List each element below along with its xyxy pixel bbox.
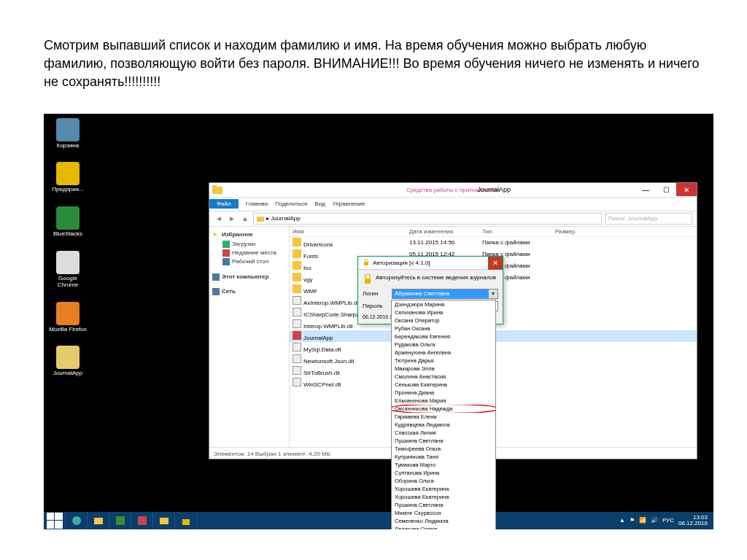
desktop-shortcut[interactable]: Предприя... bbox=[48, 162, 88, 193]
dropdown-option[interactable]: Микенг Скурассон bbox=[392, 509, 495, 517]
login-dropdown[interactable]: Абрамова Светлана ▾ bbox=[392, 289, 498, 299]
sidebar-computer[interactable]: Этот компьютер bbox=[212, 273, 286, 281]
dropdown-option[interactable]: Макарова Элла bbox=[392, 365, 495, 373]
auth-titlebar[interactable]: Авторизация [v 4.1.0] ✕ bbox=[358, 257, 503, 270]
dropdown-option[interactable]: Ельчанинова Мария bbox=[392, 397, 495, 405]
folder-icon bbox=[257, 215, 264, 222]
nav-back-icon[interactable]: ◄ bbox=[214, 214, 224, 224]
shortcut-label: Корзина bbox=[57, 143, 79, 149]
svg-rect-3 bbox=[364, 262, 368, 265]
dropdown-option[interactable]: Смолина Анастасия bbox=[392, 373, 495, 381]
ribbon-tab[interactable]: Поделиться bbox=[275, 201, 307, 207]
dropdown-option[interactable]: Кудрявцева Людмила bbox=[392, 421, 495, 429]
sidebar-item[interactable]: Рабочий стол bbox=[212, 257, 286, 266]
desktop-shortcut[interactable]: Корзина bbox=[48, 118, 88, 149]
shortcut-label: BlueStacks bbox=[53, 231, 82, 238]
app-icon bbox=[56, 206, 80, 230]
dropdown-option[interactable]: Селиханова Ирина bbox=[392, 308, 495, 316]
svg-rect-1 bbox=[212, 185, 217, 188]
desktop-shortcut[interactable]: Google Chrome bbox=[48, 251, 88, 289]
dropdown-option[interactable]: Тумакова Марго bbox=[392, 461, 495, 469]
taskbar-app-icon[interactable] bbox=[175, 512, 197, 529]
dropdown-option[interactable]: Рубан Оксана bbox=[392, 324, 495, 332]
dropdown-option[interactable]: Суптанова Ирина bbox=[392, 469, 495, 477]
explorer-title: JournalApp bbox=[477, 186, 511, 193]
taskbar-app-icon[interactable] bbox=[131, 512, 153, 529]
dropdown-option[interactable]: Арженухина Ангелина bbox=[392, 349, 495, 357]
ribbon-tab[interactable]: Управление bbox=[333, 201, 365, 207]
auth-close-button[interactable]: ✕ bbox=[488, 257, 503, 270]
ribbon-tab-file[interactable]: Файл bbox=[209, 199, 239, 209]
close-button[interactable]: ✕ bbox=[676, 183, 697, 196]
computer-icon bbox=[212, 273, 220, 281]
ribbon-tab[interactable]: Главная bbox=[246, 201, 268, 207]
sidebar-favorites[interactable]: ★ Избранное bbox=[212, 231, 286, 238]
taskbar-app-icon[interactable] bbox=[109, 512, 131, 529]
sidebar-item[interactable]: Недавние места bbox=[212, 249, 286, 257]
login-dropdown-list[interactable]: Дзиндзюра МаринаСелиханова ИринаОксана О… bbox=[391, 300, 496, 529]
dropdown-option[interactable]: Семененко Людмила bbox=[392, 517, 495, 525]
ribbon-tab[interactable]: Вид bbox=[314, 201, 325, 207]
file-row[interactable]: DriverIcons13.11.2015 14:50Папка с файла… bbox=[290, 237, 697, 249]
explorer-titlebar[interactable]: Средства работы с приложениями JournalAp… bbox=[209, 183, 697, 198]
dropdown-option[interactable]: Оборина Ольга bbox=[392, 477, 495, 485]
dropdown-option[interactable]: Тютрина Дарья bbox=[392, 357, 495, 365]
taskbar-lang[interactable]: РУС bbox=[662, 517, 674, 524]
sidebar-item[interactable]: Загрузки bbox=[212, 240, 286, 249]
folder-icon bbox=[293, 284, 301, 293]
svg-rect-7 bbox=[116, 516, 125, 525]
dropdown-option[interactable]: Пушкина Светлана bbox=[392, 501, 495, 509]
desktop-shortcut[interactable]: BlueStacks bbox=[48, 206, 88, 238]
search-input[interactable]: Поиск: JournalApp bbox=[605, 213, 692, 225]
dropdown-option[interactable]: Хорошева Екатерина bbox=[392, 493, 495, 501]
explorer-sidebar: ★ Избранное Загрузки Недавние места Рабо… bbox=[209, 227, 290, 447]
app-icon bbox=[56, 302, 80, 325]
windows-logo-icon bbox=[47, 513, 63, 529]
address-bar[interactable]: ▸ JournalApp bbox=[253, 213, 602, 225]
shortcut-label: JournalApp bbox=[53, 370, 82, 377]
file-icon bbox=[293, 378, 301, 386]
dropdown-option[interactable]: Пронина Диана bbox=[392, 389, 495, 397]
dropdown-option[interactable]: Куприянова Таня bbox=[392, 453, 495, 461]
dropdown-option[interactable]: Тимофеева Ольга bbox=[392, 445, 495, 453]
tray-network-icon[interactable]: 📶 bbox=[639, 517, 646, 524]
tray-volume-icon[interactable]: 🔊 bbox=[651, 517, 658, 524]
dropdown-option[interactable]: Гармаева Елена bbox=[392, 413, 495, 421]
taskbar-explorer-icon[interactable] bbox=[88, 512, 109, 529]
file-icon bbox=[293, 354, 301, 363]
folder-icon bbox=[293, 249, 301, 258]
nav-up-icon[interactable]: ▲ bbox=[240, 214, 250, 224]
dropdown-option[interactable]: Пушкина Светлана bbox=[392, 437, 495, 445]
nav-forward-icon[interactable]: ► bbox=[227, 214, 237, 224]
folder-icon bbox=[212, 184, 222, 195]
dropdown-option[interactable]: Овсянникова Надежда bbox=[392, 405, 495, 413]
desktop-shortcut[interactable]: JournalApp bbox=[48, 346, 88, 377]
maximize-button[interactable]: ☐ bbox=[656, 183, 676, 196]
file-list-header[interactable]: Имя Дата изменения Тип Размер bbox=[290, 227, 697, 237]
sidebar-network[interactable]: Сеть bbox=[212, 288, 286, 295]
dropdown-option[interactable]: Сенькова Екатерина bbox=[392, 381, 495, 389]
file-icon bbox=[293, 296, 301, 305]
desktop-icons: КорзинаПредприя...BlueStacksGoogle Chrom… bbox=[48, 118, 88, 378]
taskbar-date[interactable]: 06.12.2016 bbox=[678, 521, 708, 526]
shortcut-label: Google Chrome bbox=[48, 276, 88, 289]
svg-rect-9 bbox=[160, 518, 169, 524]
chevron-down-icon[interactable]: ▾ bbox=[489, 289, 498, 298]
desktop-shortcut[interactable]: Mozilla Firefox bbox=[48, 302, 88, 333]
taskbar-ie-icon[interactable] bbox=[66, 512, 88, 529]
tray-flag-icon[interactable]: ⚑ bbox=[630, 517, 635, 524]
minimize-button[interactable]: — bbox=[635, 183, 656, 196]
dropdown-option[interactable]: Спасская Лилия bbox=[392, 429, 495, 437]
taskbar-app-icon[interactable] bbox=[153, 512, 175, 529]
dropdown-option[interactable]: Рудакова Ольга bbox=[392, 341, 495, 349]
start-button[interactable] bbox=[44, 512, 66, 529]
dropdown-option[interactable]: Хорошева Екатерина bbox=[392, 485, 495, 493]
dropdown-option[interactable]: Далакова Олина bbox=[392, 525, 495, 529]
tray-icon[interactable]: ▲ bbox=[619, 517, 625, 524]
dropdown-option[interactable]: Дзиндзюра Марина bbox=[392, 300, 495, 308]
app-icon bbox=[56, 118, 80, 141]
login-label: Логин bbox=[363, 290, 392, 297]
file-icon bbox=[293, 319, 301, 328]
dropdown-option[interactable]: Оксана Оператор bbox=[392, 316, 495, 324]
dropdown-option[interactable]: Берендакова Евгения bbox=[392, 332, 495, 341]
